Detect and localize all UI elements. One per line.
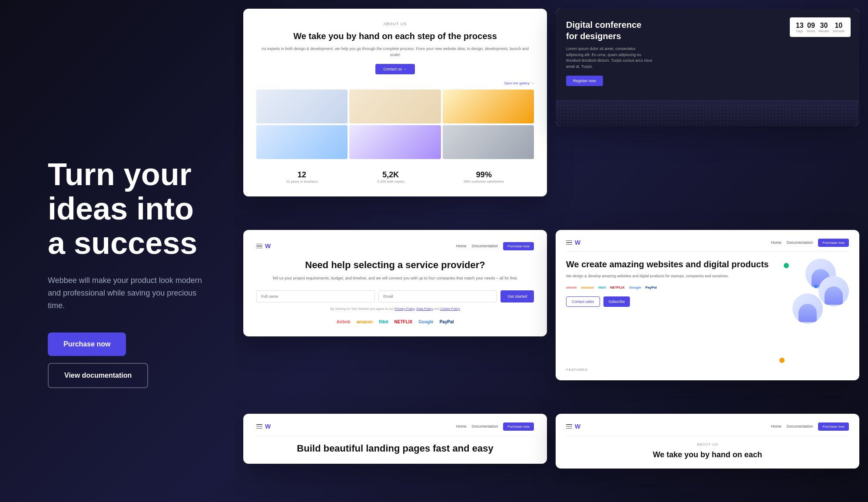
- card4-nav: W Home Documentation Purchase now: [566, 239, 849, 252]
- card5-nav: W Home Documentation Purchase now: [256, 422, 534, 436]
- nav-purchase-button[interactable]: Purchase now: [503, 242, 534, 250]
- w-logo-4: W: [575, 239, 580, 246]
- nav-purchase-button-6[interactable]: Purchase now: [818, 422, 849, 431]
- card4-avatars: [779, 259, 849, 372]
- hamburger-icon-6[interactable]: [566, 424, 572, 429]
- contact-us-button[interactable]: Contact us →: [375, 64, 415, 74]
- accent-dot-blue: [814, 285, 818, 288]
- nav-logo-6: W: [566, 423, 580, 430]
- card3-title: Need help selecting a service provider?: [256, 259, 534, 272]
- nav-home[interactable]: Home: [456, 244, 467, 248]
- get-started-button[interactable]: Get started: [500, 290, 534, 303]
- brand-airbnb-4: airbnb: [566, 286, 576, 289]
- photo-3: [443, 90, 534, 123]
- contact-sales-button[interactable]: Contact sales: [566, 296, 600, 307]
- card4-desc: We design & develop amazing websites and…: [566, 273, 771, 279]
- service-provider-card: W Home Documentation Purchase now Need h…: [243, 230, 547, 336]
- photo-1: [256, 90, 348, 123]
- open-gallery-link[interactable]: Open the gallery →: [256, 81, 534, 85]
- about-card-small: W Home Documentation Purchase now ABOUT …: [556, 414, 859, 469]
- card3-form: Get started: [256, 290, 534, 303]
- card2-title: Digital conference for designers: [566, 19, 653, 42]
- hero-section: Turn your ideas into a success Webbee wi…: [0, 0, 235, 502]
- create-websites-card: W Home Documentation Purchase now We cre…: [556, 230, 859, 381]
- airbnb-logo: Airbnb: [336, 319, 350, 324]
- countdown-hours: 09 Hours: [807, 22, 815, 33]
- w-logo-5: W: [265, 423, 271, 430]
- privacy-policy-link[interactable]: Privacy Policy: [394, 307, 414, 311]
- countdown-days: 13 Days: [796, 22, 804, 33]
- hero-title: Turn your ideas into a success: [48, 157, 209, 261]
- nav-docs[interactable]: Documentation: [472, 244, 498, 248]
- countdown-minutes: 30 Minutes: [818, 22, 829, 33]
- stat-1-label: 12 years in business: [286, 180, 318, 183]
- brand-paypal-4: PayPal: [645, 286, 656, 289]
- hero-subtitle: Webbee will make your product look moder…: [48, 274, 209, 312]
- brand-amazon-4: amazon: [581, 286, 594, 289]
- w-logo: W: [265, 243, 271, 249]
- hamburger-icon-5[interactable]: [256, 424, 262, 429]
- nav-purchase-button-4[interactable]: Purchase now: [818, 239, 849, 247]
- purchase-now-button[interactable]: Purchase now: [48, 332, 126, 356]
- nav-links: Home Documentation Purchase now: [456, 242, 534, 250]
- photo-2: [349, 90, 441, 123]
- stat-3-number: 99%: [464, 170, 504, 180]
- hamburger-icon[interactable]: [256, 244, 262, 248]
- data-policy-link[interactable]: Data Policy: [417, 307, 433, 311]
- view-docs-button[interactable]: View documentation: [48, 363, 148, 388]
- nav-docs-6[interactable]: Documentation: [787, 424, 813, 429]
- subscribe-button[interactable]: Subscribe: [603, 296, 630, 307]
- nav-links-5: Home Documentation Purchase now: [456, 422, 534, 431]
- stat-2-number: 5,2K: [377, 170, 404, 180]
- card2-top: Digital conference for designers Lorem i…: [556, 9, 859, 100]
- card6-nav: W Home Documentation Purchase now: [566, 422, 849, 436]
- photo-4: [256, 125, 348, 159]
- card3-subtitle: Tell us your project requirements, budge…: [256, 276, 534, 282]
- features-label: FEATURES: [566, 368, 771, 372]
- landing-pages-card: W Home Documentation Purchase now Build …: [243, 414, 547, 464]
- cookie-policy-link[interactable]: Cookie Policy: [440, 307, 460, 311]
- paypal-logo: PayPal: [440, 319, 454, 324]
- stats-row: 12 12 years in business 5,2K 5 200 sold …: [256, 166, 534, 188]
- full-name-input[interactable]: [256, 290, 375, 303]
- nav-purchase-button-5[interactable]: Purchase now: [503, 422, 534, 431]
- accent-dot-orange: [779, 358, 785, 363]
- brand-netflix-4: NETFLIX: [610, 286, 625, 289]
- nav-home-4[interactable]: Home: [771, 240, 782, 245]
- w-logo-6: W: [575, 423, 580, 430]
- stat-1-number: 12: [286, 170, 318, 180]
- screenshots-area: ABOUT US We take you by hand on each ste…: [235, 0, 868, 502]
- nav-docs-4[interactable]: Documentation: [787, 240, 813, 245]
- terms-text: By clicking on 'Get Started' you agree t…: [256, 307, 534, 311]
- card5-title: Build beautiful landing pages fast and e…: [256, 442, 534, 455]
- nav-home-6[interactable]: Home: [771, 424, 782, 429]
- countdown-seconds: 10 Seconds: [833, 22, 845, 33]
- card2-desc: Lorem ipsum dolor sit amet, consectetur …: [566, 46, 653, 70]
- card1-desc: As experts in both design & development,…: [256, 46, 534, 58]
- card3-nav: W Home Documentation Purchase now: [256, 242, 534, 250]
- email-input[interactable]: [378, 290, 497, 303]
- crowd-image: [556, 100, 859, 126]
- nav-logo-4: W: [566, 239, 580, 246]
- photo-grid: [256, 90, 534, 159]
- digital-conference-card: Digital conference for designers Lorem i…: [556, 9, 859, 126]
- stat-3-label: 99% customer satisfaction: [464, 180, 504, 183]
- crowd-dark-overlay: [556, 100, 859, 126]
- hero-buttons: Purchase now View documentation: [48, 332, 209, 388]
- amazon-logo: amazon: [357, 319, 373, 324]
- countdown-timer: 13 Days 09 Hours 30 Minutes 10 Seconds: [790, 17, 851, 37]
- brand-fitbit-4: fitbit: [598, 286, 606, 289]
- accent-dot-green: [784, 263, 789, 268]
- nav-docs-5[interactable]: Documentation: [472, 424, 498, 429]
- nav-home-5[interactable]: Home: [456, 424, 467, 429]
- register-now-button[interactable]: Register now: [566, 76, 603, 86]
- nav-links-4: Home Documentation Purchase now: [771, 239, 849, 247]
- card6-title: We take you by hand on each: [566, 450, 849, 460]
- stat-2-label: 5 200 sold copies: [377, 180, 404, 183]
- card4-title: We create amazing websites and digital p…: [566, 259, 771, 270]
- netflix-logo: NETFLIX: [394, 319, 413, 324]
- brand-logos-row: Airbnb amazon fitbit NETFLIX Google PayP…: [256, 319, 534, 324]
- hamburger-icon-4[interactable]: [566, 240, 572, 245]
- nav-logo: W: [256, 243, 271, 249]
- avatar-3: [792, 293, 823, 324]
